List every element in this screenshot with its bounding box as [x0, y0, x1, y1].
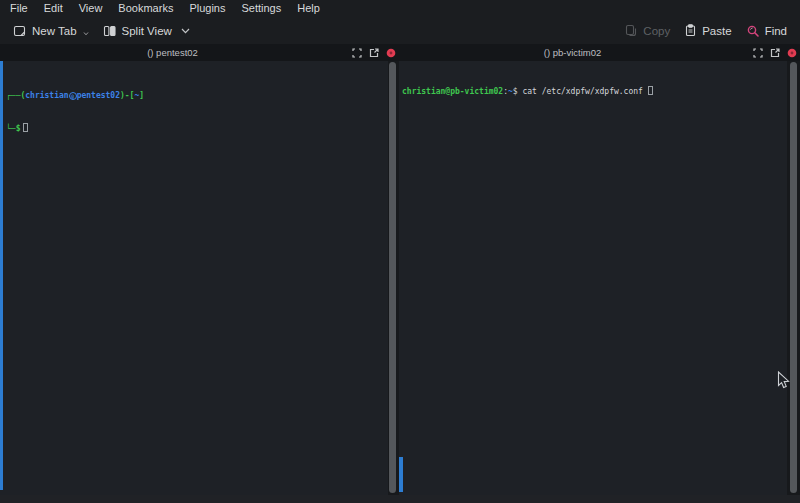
chevron-down-icon — [83, 32, 89, 36]
menu-bookmarks[interactable]: Bookmarks — [110, 0, 181, 17]
prompt-frame: ] — [139, 91, 144, 100]
maximize-view-icon[interactable] — [352, 48, 362, 58]
terminal-split-container: ┌──(christian@pentest02)-[~] └─$ christi… — [0, 61, 800, 495]
prompt-frame: ┌──( — [6, 91, 25, 100]
menu-plugins[interactable]: Plugins — [181, 0, 233, 17]
toolbar: New Tab Split View Copy — [0, 17, 800, 44]
tab-new-icon — [13, 24, 27, 38]
scrolled-lines-marker — [399, 457, 403, 492]
menu-edit[interactable]: Edit — [36, 0, 71, 17]
prompt-user: christian — [25, 91, 68, 100]
copy-button[interactable]: Copy — [618, 21, 677, 40]
prompt-frame: )-[ — [120, 91, 134, 100]
terminal-pane-pentest02[interactable]: ┌──(christian@pentest02)-[~] └─$ — [0, 61, 388, 495]
window-bottom-strip — [0, 495, 800, 503]
menu-file[interactable]: File — [2, 0, 36, 17]
maximize-view-icon[interactable] — [753, 48, 763, 58]
terminal-output: ┌──(christian@pentest02)-[~] └─$ — [0, 61, 388, 156]
find-label: Find — [765, 25, 787, 37]
copy-label: Copy — [643, 25, 670, 37]
menu-settings[interactable]: Settings — [233, 0, 289, 17]
terminal-cursor — [648, 86, 653, 95]
menu-help[interactable]: Help — [289, 0, 328, 17]
menu-view[interactable]: View — [71, 0, 111, 17]
paste-label: Paste — [702, 25, 731, 37]
scrollbar-track[interactable] — [787, 61, 800, 495]
paste-icon — [684, 24, 697, 37]
menubar: File Edit View Bookmarks Plugins Setting… — [0, 0, 800, 17]
pane-header-pb-victim02[interactable]: () pb-victim02 — [399, 44, 800, 61]
split-view-button[interactable]: Split View — [96, 21, 197, 41]
typed-command: cat /etc/xdpfw/xdpfw.conf — [518, 87, 648, 96]
split-view-label: Split View — [122, 25, 172, 37]
close-view-icon[interactable] — [386, 48, 396, 58]
find-button[interactable]: Find — [739, 21, 794, 41]
terminal-pane-pb-victim02[interactable]: christian@pb-victim02:~$ cat /etc/xdpfw/… — [399, 61, 800, 495]
new-tab-button[interactable]: New Tab — [6, 21, 96, 41]
kali-at-symbol: @ — [69, 92, 77, 100]
split-view-icon — [103, 24, 117, 38]
terminal-cursor — [23, 123, 28, 132]
prompt-line-2: └─$ — [6, 123, 388, 134]
detach-view-icon[interactable] — [369, 48, 379, 58]
paste-button[interactable]: Paste — [677, 21, 738, 40]
scrollbar-thumb[interactable] — [790, 62, 797, 493]
chevron-down-icon — [181, 28, 190, 34]
close-view-icon[interactable] — [787, 48, 797, 58]
prompt-line-1: ┌──(christian@pentest02)-[~] — [6, 90, 388, 101]
prompt-host: pentest02 — [77, 91, 120, 100]
detach-view-icon[interactable] — [770, 48, 780, 58]
scrollbar-thumb[interactable] — [389, 62, 396, 493]
split-view-headers: () pentest02 () pb-victim02 — [0, 44, 800, 61]
prompt-line: christian@pb-victim02:~$ cat /etc/xdpfw/… — [402, 86, 800, 97]
pane-title: () pentest02 — [0, 47, 345, 58]
find-icon — [746, 24, 760, 38]
terminal-output: christian@pb-victim02:~$ cat /etc/xdpfw/… — [399, 61, 800, 119]
copy-icon — [625, 24, 638, 37]
pane-title: () pb-victim02 — [399, 47, 746, 58]
prompt-dollar: └─$ — [6, 124, 20, 133]
new-tab-label: New Tab — [32, 25, 77, 37]
pane-header-pentest02[interactable]: () pentest02 — [0, 44, 399, 61]
pane-divider[interactable] — [388, 61, 399, 495]
prompt-userhost: christian@pb-victim02 — [402, 87, 503, 96]
pane-accent-line — [0, 61, 3, 490]
